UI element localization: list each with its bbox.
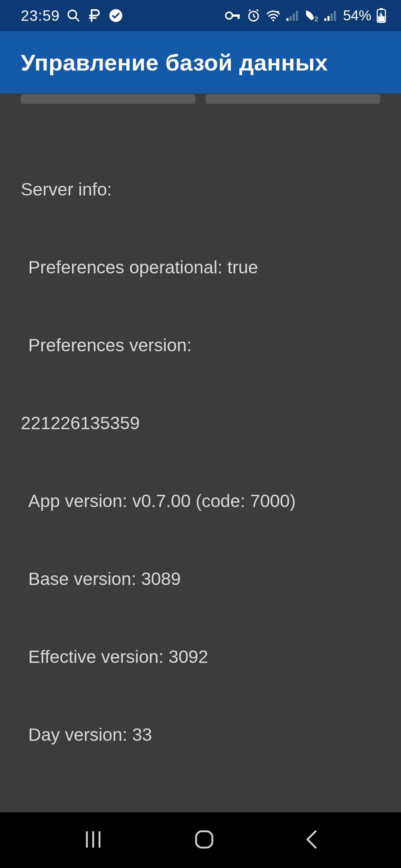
- svg-rect-11: [296, 11, 298, 21]
- button-row: [21, 93, 380, 104]
- ruble-p-icon: [87, 8, 102, 23]
- svg-rect-10: [293, 13, 295, 21]
- info-text-block: Server info: Preferences operational: tr…: [21, 125, 380, 812]
- app-bar: Управление базой данных: [0, 31, 401, 93]
- wifi-icon: [266, 10, 281, 22]
- back-button[interactable]: [302, 828, 321, 852]
- status-bar-right: 2 54%: [225, 8, 386, 24]
- server-prefs-version-value: 221226135359: [21, 410, 380, 436]
- svg-rect-14: [327, 16, 330, 21]
- battery-percentage: 54%: [343, 8, 371, 24]
- svg-line-1: [75, 17, 79, 21]
- svg-rect-18: [379, 8, 383, 10]
- home-button[interactable]: [192, 828, 216, 853]
- check-circle-icon: [109, 9, 123, 23]
- server-prefs-operational: Preferences operational: true: [21, 254, 380, 280]
- svg-point-3: [226, 12, 232, 19]
- content-area: Server info: Preferences operational: tr…: [0, 93, 401, 812]
- svg-rect-13: [324, 18, 326, 21]
- signal-2-icon: [324, 10, 336, 21]
- svg-rect-5: [238, 14, 239, 19]
- server-base-version: Base version: 3089: [21, 566, 380, 592]
- status-bar-left: 23:59: [21, 7, 123, 24]
- svg-text:2: 2: [314, 16, 318, 23]
- action-button-2[interactable]: [206, 94, 380, 104]
- navigation-bar: [0, 812, 401, 868]
- svg-rect-16: [334, 11, 336, 21]
- signal-1-icon: [286, 10, 299, 21]
- svg-rect-8: [286, 18, 288, 21]
- svg-rect-9: [290, 16, 292, 21]
- server-day-version: Day version: 33: [21, 722, 380, 748]
- action-button-1[interactable]: [21, 94, 195, 104]
- server-info-heading: Server info:: [21, 177, 380, 203]
- vpn-key-icon: [225, 10, 241, 21]
- svg-rect-15: [330, 13, 333, 21]
- svg-point-7: [272, 19, 274, 21]
- search-icon: [66, 9, 81, 23]
- status-time: 23:59: [21, 7, 60, 24]
- page-title: Управление базой данных: [21, 49, 328, 76]
- call-sim2-icon: 2: [304, 9, 319, 23]
- server-app-version: App version: v0.7.00 (code: 7000): [21, 488, 380, 514]
- status-bar: 23:59: [0, 0, 401, 31]
- server-prefs-version-label: Preferences version:: [21, 332, 380, 358]
- recents-button[interactable]: [80, 828, 106, 852]
- alarm-icon: [247, 9, 261, 23]
- battery-charging-icon: [376, 8, 386, 23]
- svg-rect-23: [196, 831, 212, 848]
- server-effective-version: Effective version: 3092: [21, 644, 380, 670]
